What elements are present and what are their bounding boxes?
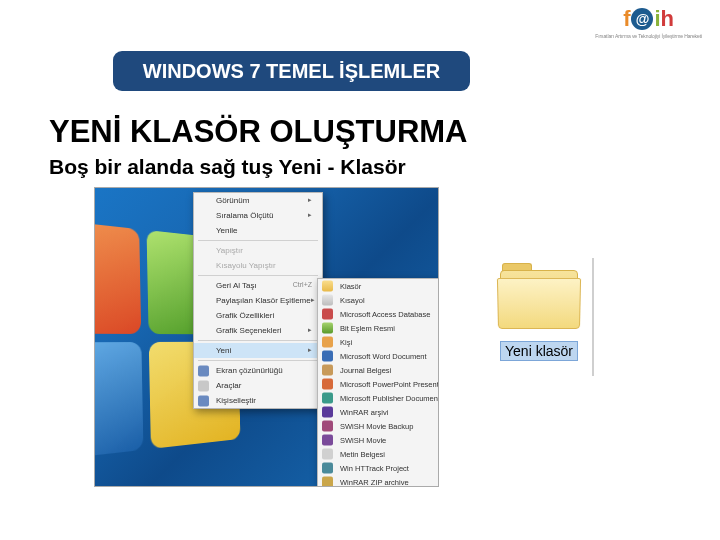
new-folder-result: Yeni klasör [488,258,590,376]
submenu-item-label: WinRAR arşivi [340,408,388,417]
submenu-item-icon [322,421,333,432]
context-menu-item[interactable]: Kişiselleştir [194,393,322,408]
submenu-item[interactable]: Metin Belgesi [318,447,439,461]
folder-icon [498,266,580,332]
menu-item-label: Yapıştır [216,246,243,255]
submenu-item-icon [322,407,333,418]
submenu-item-label: Bit Eşlem Resmi [340,324,395,333]
context-menu-item[interactable]: Ekran çözünürlüğü [194,363,322,378]
menu-item-label: Yeni [216,346,231,355]
submenu-item-icon [322,449,333,460]
flag-red-quadrant [94,217,141,334]
submenu-item[interactable]: Microsoft Word Document [318,349,439,363]
submenu-item-icon [322,365,333,376]
menu-item-label: Kısayolu Yapıştır [216,261,276,270]
submenu-item-icon [322,295,333,306]
context-menu-item[interactable]: Geri Al TaşıCtrl+Z [194,278,322,293]
logo-at-icon: @ [631,8,653,30]
submenu-item-label: SWiSH Movie [340,436,386,445]
submenu-item-label: Microsoft Word Document [340,352,427,361]
submenu-item[interactable]: WinRAR arşivi [318,405,439,419]
menu-item-label: Ekran çözünürlüğü [216,366,283,375]
submenu-item-label: Microsoft Publisher Document [340,394,439,403]
submenu-item[interactable]: Kısayol [318,293,439,307]
submenu-item[interactable]: Microsoft PowerPoint Presentation [318,377,439,391]
submenu-item-label: Journal Belgesi [340,366,391,375]
submenu-item-icon [322,463,333,474]
menu-item-label: Araçlar [216,381,241,390]
submenu-item[interactable]: Win HTTrack Project [318,461,439,475]
new-submenu[interactable]: KlasörKısayolMicrosoft Access DatabaseBi… [317,278,439,487]
desktop-context-menu[interactable]: GörünümSıralama ÖlçütüYenileYapıştırKısa… [193,192,323,409]
submenu-item-label: Kişi [340,338,352,347]
menu-item-shortcut: Ctrl+Z [293,281,312,290]
menu-separator [198,240,318,241]
submenu-item[interactable]: Kişi [318,335,439,349]
menu-item-label: Görünüm [216,196,249,205]
submenu-item[interactable]: SWiSH Movie Backup [318,419,439,433]
result-divider [592,258,594,376]
context-menu-item[interactable]: Yapıştır [194,243,322,258]
submenu-item[interactable]: Journal Belgesi [318,363,439,377]
folder-front [497,278,581,329]
slide-title-banner: WINDOWS 7 TEMEL İŞLEMLER [113,51,470,91]
instruction-text: Boş bir alanda sağ tuş Yeni - Klasör [49,155,406,179]
desktop-screenshot: GörünümSıralama ÖlçütüYenileYapıştırKısa… [94,187,439,487]
menu-item-label: Paylaşılan Klasör Eşitleme [216,296,311,305]
submenu-item-label: Win HTTrack Project [340,464,409,473]
submenu-item-icon [322,393,333,404]
submenu-item-label: WinRAR ZIP archive [340,478,409,487]
menu-item-icon [198,380,209,391]
context-menu-item[interactable]: Kısayolu Yapıştır [194,258,322,273]
submenu-item-label: Microsoft Access Database [340,310,430,319]
submenu-item[interactable]: Klasör [318,279,439,293]
submenu-item[interactable]: Microsoft Access Database [318,307,439,321]
menu-item-label: Sıralama Ölçütü [216,211,273,220]
context-menu-item[interactable]: Paylaşılan Klasör Eşitleme [194,293,322,308]
submenu-item-icon [322,323,333,334]
submenu-item-label: Microsoft PowerPoint Presentation [340,380,439,389]
logo-letter-f: f [623,6,630,32]
logo-letter-h: h [661,6,674,32]
context-menu-item[interactable]: Yeni [194,343,322,358]
context-menu-item[interactable]: Görünüm [194,193,322,208]
menu-item-label: Grafik Seçenekleri [216,326,281,335]
submenu-item[interactable]: SWiSH Movie [318,433,439,447]
logo-text: f @ i h [623,6,674,32]
menu-item-icon [198,365,209,376]
submenu-item-label: SWiSH Movie Backup [340,422,413,431]
context-menu-item[interactable]: Araçlar [194,378,322,393]
submenu-item[interactable]: Bit Eşlem Resmi [318,321,439,335]
submenu-item-icon [322,435,333,446]
menu-item-label: Grafik Özellikleri [216,311,274,320]
submenu-item-label: Metin Belgesi [340,450,385,459]
menu-item-label: Kişiselleştir [216,396,256,405]
submenu-item-icon [322,351,333,362]
submenu-item-label: Klasör [340,282,361,291]
folder-name-editbox[interactable]: Yeni klasör [500,341,578,361]
context-menu-item[interactable]: Yenile [194,223,322,238]
banner-text: WINDOWS 7 TEMEL İŞLEMLER [143,60,440,83]
logo-subtitle: Fırsatları Artırma ve Teknolojiyi İyileş… [595,33,702,39]
submenu-item[interactable]: WinRAR ZIP archive [318,475,439,487]
fatih-logo: f @ i h Fırsatları Artırma ve Teknolojiy… [595,6,702,39]
submenu-item-icon [322,379,333,390]
submenu-item-icon [322,309,333,320]
menu-item-icon [198,395,209,406]
menu-item-label: Geri Al Taşı [216,281,257,290]
submenu-item[interactable]: Microsoft Publisher Document [318,391,439,405]
page-heading: YENİ KLASÖR OLUŞTURMA [49,114,468,150]
submenu-item-icon [322,477,333,488]
menu-item-label: Yenile [216,226,238,235]
submenu-item-icon [322,337,333,348]
context-menu-item[interactable]: Sıralama Ölçütü [194,208,322,223]
menu-separator [198,340,318,341]
context-menu-item[interactable]: Grafik Özellikleri [194,308,322,323]
submenu-item-icon [322,281,333,292]
submenu-item-label: Kısayol [340,296,365,305]
menu-separator [198,275,318,276]
flag-blue-quadrant [94,342,143,462]
context-menu-item[interactable]: Grafik Seçenekleri [194,323,322,338]
menu-separator [198,360,318,361]
